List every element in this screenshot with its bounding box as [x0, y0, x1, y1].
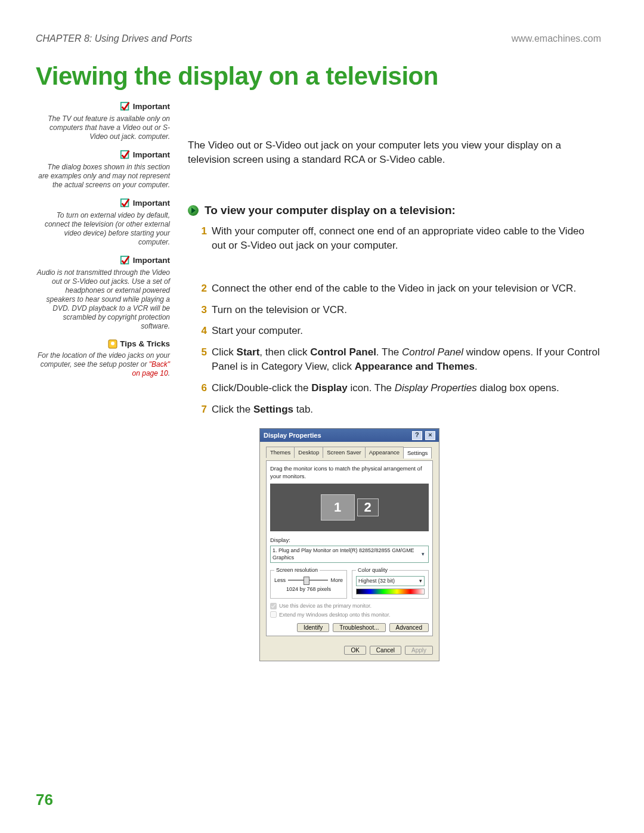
tip-body: For the location of the video jacks on y… — [36, 351, 170, 378]
dialog-titlebar[interactable]: Display Properties ? × — [260, 429, 439, 442]
chevron-down-icon: ▾ — [419, 577, 422, 585]
step-6: 6Click/Double-click the Display icon. Th… — [199, 381, 601, 395]
chapter-label: CHAPTER 8: Using Drives and Ports — [36, 33, 192, 44]
step-2: 2Connect the other end of the cable to t… — [199, 281, 601, 296]
color-preview-bar — [356, 589, 425, 594]
main-content: The Video out or S-Video out jack on you… — [188, 101, 601, 661]
apply-button[interactable]: Apply — [405, 646, 433, 655]
monitor-arrangement[interactable]: 1 2 — [270, 484, 429, 531]
svg-point-5 — [111, 342, 114, 345]
monitor-2-icon[interactable]: 2 — [357, 498, 379, 516]
page-header: CHAPTER 8: Using Drives and Ports www.em… — [36, 33, 601, 44]
lightbulb-icon — [108, 339, 117, 349]
sidebar: Important The TV out feature is availabl… — [36, 101, 170, 386]
checkmark-icon — [120, 198, 131, 209]
resolution-slider[interactable] — [288, 580, 328, 581]
step-3: 3Turn on the television or VCR. — [199, 303, 601, 317]
dialog-title: Display Properties — [264, 431, 321, 440]
step-5-text: Click Start, then click Control Panel. T… — [212, 345, 601, 374]
step-6-text: Click/Double-click the Display icon. The… — [212, 381, 559, 395]
cancel-button[interactable]: Cancel — [370, 646, 401, 655]
important-note-2: Important The dialog boxes shown in this… — [36, 150, 170, 190]
tab-screensaver[interactable]: Screen Saver — [323, 447, 366, 457]
display-select[interactable]: 1. Plug and Play Monitor on Intel(R) 828… — [270, 546, 429, 563]
intro-paragraph: The Video out or S-Video out jack on you… — [188, 138, 601, 167]
advanced-button[interactable]: Advanced — [389, 623, 429, 632]
task-heading: To view your computer display on a telev… — [188, 203, 601, 219]
step-1: 1With your computer off, connect one end… — [199, 224, 601, 253]
step-7-text: Click the Settings tab. — [212, 402, 313, 417]
help-icon[interactable]: ? — [412, 431, 422, 440]
primary-monitor-checkbox[interactable]: Use this device as the primary monitor. — [270, 602, 429, 610]
identify-button[interactable]: Identify — [297, 623, 329, 632]
step-7: 7Click the Settings tab. — [199, 402, 601, 417]
tab-settings[interactable]: Settings — [403, 447, 432, 458]
tips-note: Tips & Tricks For the location of the vi… — [36, 339, 170, 378]
resolution-value: 1024 by 768 pixels — [274, 586, 343, 593]
checkmark-icon — [120, 150, 131, 160]
play-icon — [188, 205, 199, 216]
tab-appearance[interactable]: Appearance — [365, 447, 404, 457]
site-url: www.emachines.com — [512, 33, 601, 44]
steps-list: 1With your computer off, connect one end… — [188, 224, 601, 416]
page-title: Viewing the display on a television — [36, 62, 601, 91]
important-note-3: Important To turn on external video by d… — [36, 198, 170, 247]
close-icon[interactable]: × — [425, 431, 435, 440]
display-properties-dialog: Display Properties ? × Themes Desktop Sc… — [259, 428, 439, 661]
important-note-1: Important The TV out feature is availabl… — [36, 101, 170, 141]
monitor-1-icon[interactable]: 1 — [321, 494, 355, 521]
tab-themes[interactable]: Themes — [266, 447, 295, 457]
step-5: 5Click Start, then click Control Panel. … — [199, 345, 601, 374]
extend-desktop-checkbox[interactable]: Extend my Windows desktop onto this moni… — [270, 611, 429, 619]
color-quality-group: Color quality Highest (32 bit) ▾ — [352, 566, 429, 599]
tab-desktop[interactable]: Desktop — [294, 447, 323, 457]
display-label: Display: — [270, 536, 429, 544]
important-note-4: Important Audio is not transmitted throu… — [36, 255, 170, 331]
chevron-down-icon: ▾ — [420, 550, 426, 558]
step-4: 4Start your computer. — [199, 324, 601, 338]
page-number: 76 — [36, 791, 53, 809]
resolution-group: Screen resolution Less More 1024 by 768 … — [270, 566, 347, 599]
troubleshoot-button[interactable]: Troubleshoot... — [333, 623, 385, 632]
arrange-instruction: Drag the monitor icons to match the phys… — [270, 465, 429, 481]
ok-button[interactable]: OK — [344, 646, 366, 655]
checkmark-icon — [120, 101, 131, 112]
color-quality-select[interactable]: Highest (32 bit) ▾ — [356, 576, 425, 586]
dialog-tabs: Themes Desktop Screen Saver Appearance S… — [266, 447, 433, 457]
checkmark-icon — [120, 255, 131, 266]
